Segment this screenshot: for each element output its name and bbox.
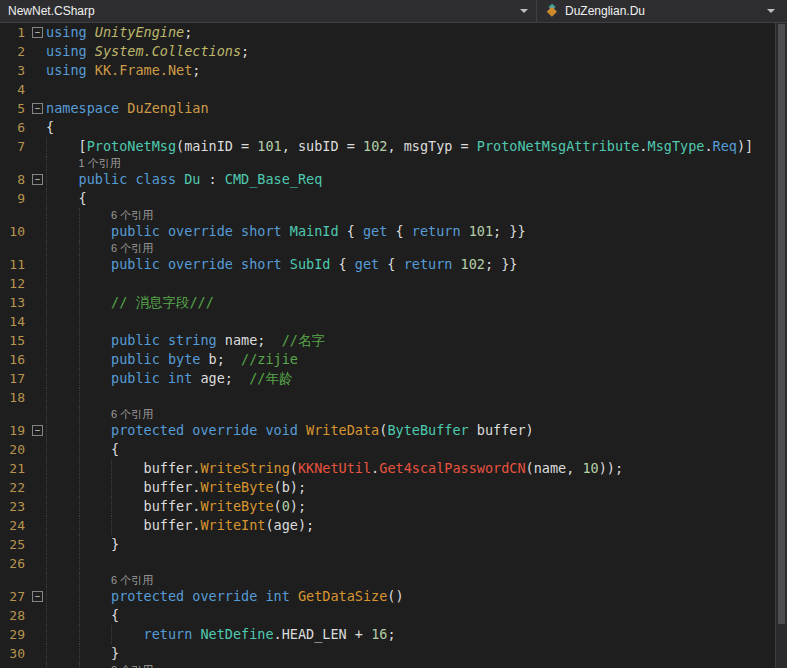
- fold-margin: [30, 189, 46, 208]
- codelens-row[interactable]: 1 个引用: [0, 156, 775, 170]
- indent-guide: [79, 554, 80, 573]
- fold-margin: [30, 440, 46, 459]
- fold-collapse-icon[interactable]: −: [32, 27, 43, 38]
- code-line[interactable]: 19−protected override void WriteData(Byt…: [0, 421, 775, 440]
- codelens-references-link[interactable]: 6 个引用: [46, 573, 153, 587]
- line-number: 18: [0, 388, 30, 407]
- vertical-scrollbar[interactable]: [775, 23, 787, 668]
- line-number: 23: [0, 497, 30, 516]
- fold-collapse-icon[interactable]: −: [32, 174, 43, 185]
- codelens-row[interactable]: 6 个引用: [0, 208, 775, 222]
- line-number: 16: [0, 350, 30, 369]
- code-line[interactable]: 30}: [0, 644, 775, 663]
- code-text: using System.Collections;: [46, 42, 249, 61]
- codelens-references-link[interactable]: 0 个引用: [46, 663, 153, 668]
- code-line[interactable]: 4: [0, 80, 775, 99]
- indent-guide: [46, 312, 47, 331]
- fold-margin: [30, 663, 46, 668]
- editor-area: 1−using UnityEngine;2using System.Collec…: [0, 23, 787, 668]
- code-line[interactable]: 5−namespace DuZenglian: [0, 99, 775, 118]
- code-line[interactable]: 18: [0, 388, 775, 407]
- line-number: 26: [0, 554, 30, 573]
- codelens-references-link[interactable]: 1 个引用: [46, 156, 121, 170]
- code-text-cell: [46, 80, 775, 99]
- line-number: 1: [0, 23, 30, 42]
- fold-collapse-icon[interactable]: −: [32, 425, 43, 436]
- code-line[interactable]: 14: [0, 312, 775, 331]
- codelens-row[interactable]: 6 个引用: [0, 241, 775, 255]
- code-line[interactable]: 22buffer.WriteByte(b);: [0, 478, 775, 497]
- project-dropdown-label: NewNet.CSharp: [8, 4, 95, 18]
- code-line[interactable]: 10public override short MainId { get { r…: [0, 222, 775, 241]
- indent-guide: [46, 554, 47, 573]
- line-number: [0, 241, 30, 255]
- fold-collapse-icon[interactable]: −: [32, 103, 43, 114]
- code-line[interactable]: 29return NetDefine.HEAD_LEN + 16;: [0, 625, 775, 644]
- code-line[interactable]: 16public byte b; //zijie: [0, 350, 775, 369]
- code-line[interactable]: 11public override short SubId { get { re…: [0, 255, 775, 274]
- codelens-row[interactable]: 0 个引用: [0, 663, 775, 668]
- fold-margin: [30, 42, 46, 61]
- navbar-project-dropdown[interactable]: NewNet.CSharp: [0, 0, 537, 22]
- code-line[interactable]: 3using KK.Frame.Net;: [0, 61, 775, 80]
- fold-margin: [30, 644, 46, 663]
- code-text-cell: {: [46, 606, 775, 625]
- code-text: {: [46, 118, 54, 137]
- code-line[interactable]: 13// 消息字段///: [0, 293, 775, 312]
- scrollbar-thumb[interactable]: [778, 24, 785, 624]
- code-line[interactable]: 7[ProtoNetMsg(mainID = 101, subID = 102,…: [0, 137, 775, 156]
- fold-collapse-icon[interactable]: −: [32, 591, 43, 602]
- fold-margin: [30, 478, 46, 497]
- fold-margin: [30, 274, 46, 293]
- code-text-cell: 6 个引用: [46, 573, 775, 587]
- code-lines: 1−using UnityEngine;2using System.Collec…: [0, 23, 775, 668]
- code-text-cell: }: [46, 644, 775, 663]
- code-line[interactable]: 8−public class Du : CMD_Base_Req: [0, 170, 775, 189]
- line-number: 12: [0, 274, 30, 293]
- code-text-cell: public class Du : CMD_Base_Req: [46, 170, 775, 189]
- code-line[interactable]: 12: [0, 274, 775, 293]
- code-text: public string name; //名字: [46, 331, 325, 350]
- code-text-cell: buffer.WriteByte(0);: [46, 497, 775, 516]
- code-text: using UnityEngine;: [46, 23, 192, 42]
- code-line[interactable]: 26: [0, 554, 775, 573]
- member-dropdown-label: DuZenglian.Du: [565, 4, 645, 18]
- code-line[interactable]: 6{: [0, 118, 775, 137]
- fold-margin: [30, 156, 46, 170]
- line-number: [0, 407, 30, 421]
- code-line[interactable]: 25}: [0, 535, 775, 554]
- fold-margin: [30, 407, 46, 421]
- line-number: 7: [0, 137, 30, 156]
- code-line[interactable]: 23buffer.WriteByte(0);: [0, 497, 775, 516]
- code-text-cell: }: [46, 535, 775, 554]
- codelens-references-link[interactable]: 6 个引用: [46, 407, 153, 421]
- code-text: namespace DuZenglian: [46, 99, 209, 118]
- code-text-cell: namespace DuZenglian: [46, 99, 775, 118]
- code-line[interactable]: 2using System.Collections;: [0, 42, 775, 61]
- fold-margin: [30, 535, 46, 554]
- code-line[interactable]: 15public string name; //名字: [0, 331, 775, 350]
- code-line[interactable]: 1−using UnityEngine;: [0, 23, 775, 42]
- code-text-cell: using KK.Frame.Net;: [46, 61, 775, 80]
- line-number: [0, 156, 30, 170]
- codelens-row[interactable]: 6 个引用: [0, 573, 775, 587]
- line-number: 5: [0, 99, 30, 118]
- navbar-member-dropdown[interactable]: DuZenglian.Du: [537, 0, 787, 22]
- code-line[interactable]: 28{: [0, 606, 775, 625]
- fold-margin: −: [30, 587, 46, 606]
- code-text-cell: protected override int GetDataSize(): [46, 587, 775, 606]
- code-line[interactable]: 24buffer.WriteInt(age);: [0, 516, 775, 535]
- code-line[interactable]: 27−protected override int GetDataSize(): [0, 587, 775, 606]
- fold-margin: [30, 606, 46, 625]
- code-text-cell: using UnityEngine;: [46, 23, 775, 42]
- code-line[interactable]: 9{: [0, 189, 775, 208]
- code-line[interactable]: 21buffer.WriteString(KKNetUtil.Get4scalP…: [0, 459, 775, 478]
- fold-margin: [30, 222, 46, 241]
- code-text-cell: public override short MainId { get { ret…: [46, 222, 775, 241]
- code-line[interactable]: 17public int age; //年龄: [0, 369, 775, 388]
- codelens-references-link[interactable]: 6 个引用: [46, 208, 153, 222]
- line-number: 15: [0, 331, 30, 350]
- code-line[interactable]: 20{: [0, 440, 775, 459]
- codelens-row[interactable]: 6 个引用: [0, 407, 775, 421]
- codelens-references-link[interactable]: 6 个引用: [46, 241, 153, 255]
